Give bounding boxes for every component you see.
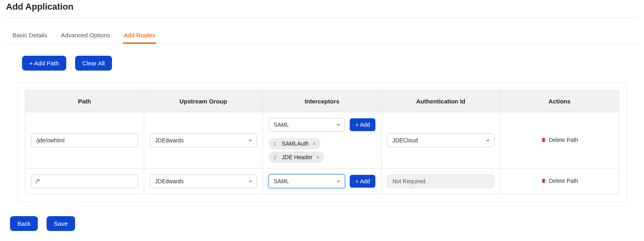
delete-path-label: Delete Path <box>549 137 578 143</box>
interceptor-select[interactable] <box>269 118 345 132</box>
routes-toolbar: + Add Path Clear All <box>6 44 638 83</box>
tab-basic-details[interactable]: Basic Details <box>12 29 48 43</box>
trash-icon <box>541 178 546 184</box>
upstream-select[interactable] <box>150 174 257 188</box>
header-actions: Actions <box>500 91 619 112</box>
close-icon[interactable] <box>312 142 316 146</box>
table-row: + Add Delete Path <box>25 169 619 194</box>
interceptor-chip: 1 SAMLAuth <box>269 138 320 149</box>
header-upstream: Upstream Group <box>144 91 263 112</box>
clear-all-button[interactable]: Clear All <box>75 56 112 71</box>
trash-icon <box>541 137 546 143</box>
routes-table: Path Upstream Group Interceptors Authent… <box>25 90 619 194</box>
footer-buttons: Back Save <box>6 214 638 239</box>
upstream-select[interactable] <box>150 134 257 147</box>
tabs: Basic Details Advanced Options Add Route… <box>6 29 638 44</box>
add-interceptor-button[interactable]: + Add <box>350 118 375 131</box>
back-button[interactable]: Back <box>10 216 38 231</box>
save-button[interactable]: Save <box>47 216 75 231</box>
delete-path-button[interactable]: Delete Path <box>506 178 613 184</box>
chip-number: 1 <box>271 141 279 147</box>
table-row: + Add 1 SAMLAuth 2 <box>25 112 619 169</box>
upstream-value[interactable] <box>150 134 257 147</box>
delete-path-label: Delete Path <box>549 178 578 184</box>
interceptor-select[interactable] <box>269 174 345 188</box>
chip-label: JDE Header <box>282 154 312 160</box>
add-path-button[interactable]: + Add Path <box>22 56 66 71</box>
chip-label: SAMLAuth <box>282 140 309 147</box>
tab-add-routes[interactable]: Add Routes <box>123 29 156 44</box>
close-icon[interactable] <box>316 155 320 160</box>
interceptor-chip: 2 JDE Header <box>269 152 324 163</box>
upstream-value[interactable] <box>150 174 257 188</box>
header-path: Path <box>25 91 144 112</box>
tab-advanced-options[interactable]: Advanced Options <box>60 29 111 43</box>
page-title: Add Application <box>6 0 638 18</box>
header-interceptors: Interceptors <box>263 91 381 112</box>
auth-value <box>387 174 494 188</box>
header-auth: Authentication Id <box>381 91 500 112</box>
add-interceptor-button[interactable]: + Add <box>350 175 375 188</box>
path-input[interactable] <box>31 174 138 188</box>
interceptor-value[interactable] <box>269 118 345 132</box>
routes-table-container: Path Upstream Group Interceptors Authent… <box>17 83 627 202</box>
delete-path-button[interactable]: Delete Path <box>506 137 613 143</box>
path-input[interactable] <box>31 134 138 147</box>
auth-value[interactable] <box>387 134 494 147</box>
interceptor-value[interactable] <box>269 174 345 188</box>
auth-select[interactable] <box>387 134 494 147</box>
auth-select <box>387 174 494 188</box>
chip-number: 2 <box>271 154 279 160</box>
